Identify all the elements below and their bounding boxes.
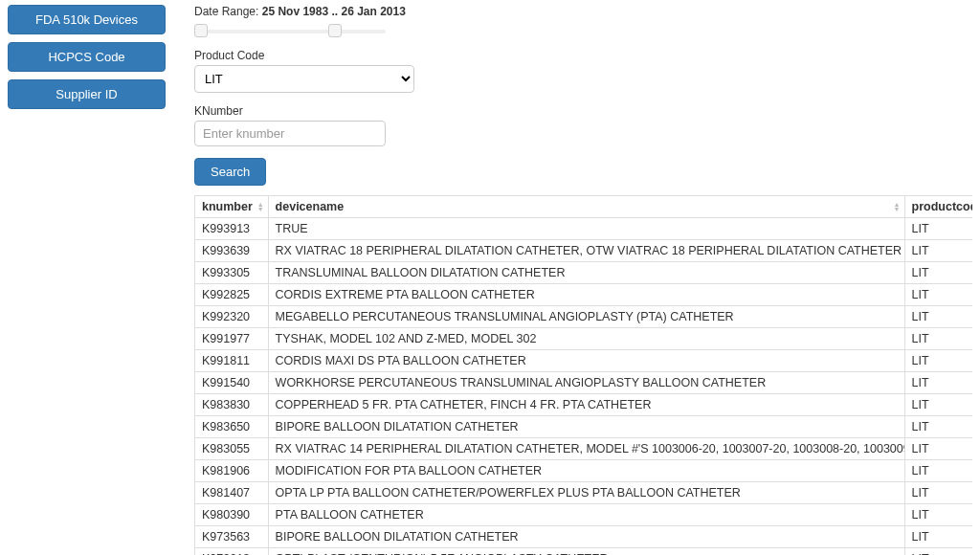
- knumber-input[interactable]: [194, 121, 386, 146]
- cell-knumber: K993305: [195, 262, 269, 284]
- col-header-knumber[interactable]: knumber ▲▼: [195, 196, 269, 218]
- cell-productcode: LIT: [904, 416, 972, 438]
- cell-devicename: OPTI-PLAST (CENTURION) 5.5F ANGIOPLASTY …: [268, 548, 904, 556]
- table-row: K981407OPTA LP PTA BALLOON CATHETER/POWE…: [195, 482, 973, 504]
- date-range-label: Date Range: 25 Nov 1983 .. 26 Jan 2013: [194, 5, 972, 18]
- cell-devicename: TRUE: [268, 218, 904, 240]
- cell-productcode: LIT: [904, 284, 972, 306]
- cell-devicename: TRANSLUMINAL BALLOON DILATATION CATHETER: [268, 262, 904, 284]
- cell-knumber: K981407: [195, 482, 269, 504]
- cell-devicename: WORKHORSE PERCUTANEOUS TRANSLUMINAL ANGI…: [268, 372, 904, 394]
- cell-devicename: OPTA LP PTA BALLOON CATHETER/POWERFLEX P…: [268, 482, 904, 504]
- cell-productcode: LIT: [904, 218, 972, 240]
- cell-devicename: MEGABELLO PERCUTANEOUS TRANSLUMINAL ANGI…: [268, 306, 904, 328]
- table-row: K973563BIPORE BALLOON DILATATION CATHETE…: [195, 526, 973, 548]
- cell-productcode: LIT: [904, 306, 972, 328]
- table-row: K991811CORDIS MAXI DS PTA BALLOON CATHET…: [195, 350, 973, 372]
- cell-devicename: BIPORE BALLOON DILATATION CATHETER: [268, 526, 904, 548]
- sort-icon: ▲▼: [257, 202, 264, 211]
- cell-devicename: CORDIS EXTREME PTA BALLOON CATHETER: [268, 284, 904, 306]
- nav-hcpcs[interactable]: HCPCS Code: [8, 42, 166, 72]
- table-row: K993913TRUELITINFINITY: [195, 218, 973, 240]
- cell-productcode: LIT: [904, 262, 972, 284]
- cell-devicename: RX VIATRAC 14 PERIPHERAL DILATATION CATH…: [268, 438, 904, 460]
- cell-knumber: K973563: [195, 526, 269, 548]
- main-content: Date Range: 25 Nov 1983 .. 26 Jan 2013 P…: [194, 5, 972, 555]
- product-code-label: Product Code: [194, 49, 972, 62]
- cell-devicename: COPPERHEAD 5 FR. PTA CATHETER, FINCH 4 F…: [268, 394, 904, 416]
- cell-knumber: K992825: [195, 284, 269, 306]
- cell-knumber: K991977: [195, 328, 269, 350]
- cell-productcode: LIT: [904, 482, 972, 504]
- cell-productcode: LIT: [904, 394, 972, 416]
- col-header-devicename[interactable]: devicename ▲▼: [268, 196, 904, 218]
- filters: Date Range: 25 Nov 1983 .. 26 Jan 2013 P…: [194, 5, 972, 195]
- cell-devicename: PTA BALLOON CATHETER: [268, 504, 904, 526]
- sort-icon: ▲▼: [894, 202, 901, 211]
- cell-knumber: K973013: [195, 548, 269, 556]
- date-range-slider[interactable]: [194, 24, 386, 37]
- cell-productcode: LIT: [904, 504, 972, 526]
- cell-productcode: LIT: [904, 460, 972, 482]
- cell-knumber: K993639: [195, 240, 269, 262]
- cell-productcode: LIT: [904, 350, 972, 372]
- table-row: K993305TRANSLUMINAL BALLOON DILATATION C…: [195, 262, 973, 284]
- table-row: K983830COPPERHEAD 5 FR. PTA CATHETER, FI…: [195, 394, 973, 416]
- cell-devicename: RX VIATRAC 18 PERIPHERAL DILATATION CATH…: [268, 240, 904, 262]
- cell-productcode: LIT: [904, 372, 972, 394]
- slider-thumb-end[interactable]: [328, 24, 342, 37]
- results-table-wrap: knumber ▲▼ devicename ▲▼ productcode ▲▼: [194, 195, 972, 555]
- cell-knumber: K983830: [195, 394, 269, 416]
- nav-fda-510k[interactable]: FDA 510k Devices: [8, 5, 166, 34]
- cell-devicename: BIPORE BALLOON DILATATION CATHETER: [268, 416, 904, 438]
- table-row: K991540WORKHORSE PERCUTANEOUS TRANSLUMIN…: [195, 372, 973, 394]
- cell-knumber: K981906: [195, 460, 269, 482]
- cell-productcode: LIT: [904, 328, 972, 350]
- table-row: K973013OPTI-PLAST (CENTURION) 5.5F ANGIO…: [195, 548, 973, 556]
- cell-productcode: LIT: [904, 438, 972, 460]
- cell-knumber: K991811: [195, 350, 269, 372]
- table-row: K983650BIPORE BALLOON DILATATION CATHETE…: [195, 416, 973, 438]
- cell-knumber: K992320: [195, 306, 269, 328]
- cell-knumber: K980390: [195, 504, 269, 526]
- nav-supplier-id[interactable]: Supplier ID: [8, 79, 166, 109]
- cell-knumber: K991540: [195, 372, 269, 394]
- results-table: knumber ▲▼ devicename ▲▼ productcode ▲▼: [194, 195, 972, 555]
- cell-devicename: TYSHAK, MODEL 102 AND Z-MED, MODEL 302: [268, 328, 904, 350]
- cell-devicename: MODIFICATION FOR PTA BALLOON CATHETER: [268, 460, 904, 482]
- knumber-label: KNumber: [194, 104, 972, 118]
- cell-knumber: K983650: [195, 416, 269, 438]
- cell-devicename: CORDIS MAXI DS PTA BALLOON CATHETER: [268, 350, 904, 372]
- cell-productcode: LIT: [904, 240, 972, 262]
- cell-knumber: K993913: [195, 218, 269, 240]
- search-button[interactable]: Search: [194, 158, 266, 186]
- table-row: K980390PTA BALLOON CATHETERLITCOOK, IN: [195, 504, 973, 526]
- table-row: K983055RX VIATRAC 14 PERIPHERAL DILATATI…: [195, 438, 973, 460]
- cell-productcode: LIT: [904, 526, 972, 548]
- table-row: K993639RX VIATRAC 18 PERIPHERAL DILATATI…: [195, 240, 973, 262]
- col-header-productcode[interactable]: productcode ▲▼: [904, 196, 972, 218]
- sidebar: FDA 510k Devices HCPCS Code Supplier ID: [8, 5, 166, 555]
- table-row: K992320MEGABELLO PERCUTANEOUS TRANSLUMIN…: [195, 306, 973, 328]
- slider-thumb-start[interactable]: [194, 24, 208, 37]
- cell-knumber: K983055: [195, 438, 269, 460]
- table-row: K981906MODIFICATION FOR PTA BALLOON CATH…: [195, 460, 973, 482]
- table-row: K992825CORDIS EXTREME PTA BALLOON CATHET…: [195, 284, 973, 306]
- cell-productcode: LIT: [904, 548, 972, 556]
- product-code-select[interactable]: LIT: [194, 65, 414, 93]
- table-row: K991977TYSHAK, MODEL 102 AND Z-MED, MODE…: [195, 328, 973, 350]
